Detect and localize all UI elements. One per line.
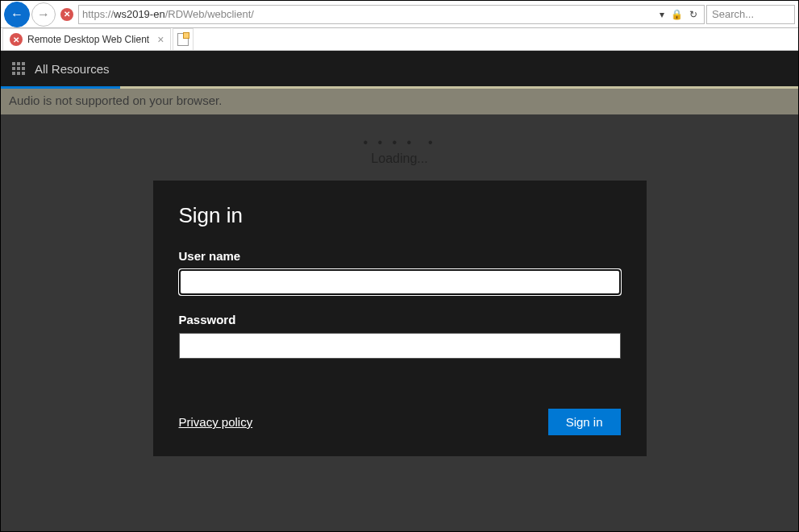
signin-dialog: Sign in User name Password Privacy polic… <box>153 181 647 456</box>
username-label: User name <box>179 249 621 263</box>
refresh-icon[interactable]: ↻ <box>689 9 697 20</box>
loading-indicator: • • • • • Loading... <box>363 135 435 166</box>
password-label: Password <box>179 313 621 326</box>
back-arrow-icon: ← <box>10 7 23 22</box>
url-dropdown-icon[interactable]: ▾ <box>660 9 664 20</box>
new-tab-button[interactable] <box>173 28 194 50</box>
url-path: /RDWeb/webclient/ <box>165 8 254 20</box>
forward-button[interactable]: → <box>31 2 56 27</box>
tab-strip: ✕ Remote Desktop Web Client × <box>1 28 798 51</box>
tab-title: Remote Desktop Web Client <box>27 34 149 45</box>
site-identity-icon[interactable]: ✕ <box>60 8 73 21</box>
loading-dots-icon: • • • • • <box>363 135 435 150</box>
new-tab-icon <box>177 33 189 46</box>
modal-overlay: • • • • • Loading... Sign in User name P… <box>1 89 798 531</box>
page-content: All Resources Audio is not supported on … <box>1 51 798 531</box>
tab-favicon-icon: ✕ <box>10 33 23 46</box>
app-header: All Resources <box>1 51 798 86</box>
tab-close-button[interactable]: × <box>157 33 164 46</box>
address-bar[interactable]: https://ws2019-en/RDWeb/webclient/ ▾ 🔒 ↻ <box>78 5 705 24</box>
signin-title: Sign in <box>179 203 621 228</box>
username-input[interactable] <box>179 269 621 295</box>
signin-button[interactable]: Sign in <box>548 409 621 435</box>
signin-footer: Privacy policy Sign in <box>179 409 621 435</box>
url-host: ws2019-en <box>114 8 165 20</box>
password-input[interactable] <box>179 333 621 359</box>
lock-icon[interactable]: 🔒 <box>671 9 683 20</box>
waffle-icon[interactable] <box>12 62 25 75</box>
back-button[interactable]: ← <box>4 2 30 27</box>
loading-text: Loading... <box>363 152 435 166</box>
tab-remote-desktop[interactable]: ✕ Remote Desktop Web Client × <box>2 28 171 50</box>
url-protocol: https:// <box>82 8 114 20</box>
all-resources-tab[interactable]: All Resources <box>35 62 110 76</box>
search-placeholder: Search... <box>712 8 754 20</box>
url-text: https://ws2019-en/RDWeb/webclient/ <box>82 8 656 20</box>
privacy-policy-link[interactable]: Privacy policy <box>179 415 253 429</box>
browser-toolbar: ← → ✕ https://ws2019-en/RDWeb/webclient/… <box>1 1 798 28</box>
forward-arrow-icon: → <box>37 7 50 22</box>
search-box[interactable]: Search... <box>706 5 795 24</box>
url-controls: ▾ 🔒 ↻ <box>656 9 701 20</box>
